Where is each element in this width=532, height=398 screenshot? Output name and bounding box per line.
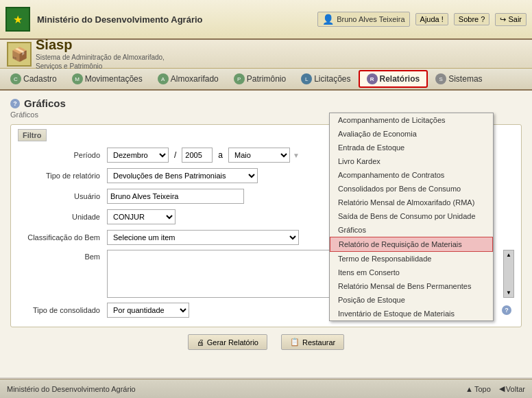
system-subtitle: Sistema de Adminitração de Almoxarifado,…	[36, 53, 165, 71]
periodo-to-select[interactable]: Maio	[228, 148, 290, 163]
dropdown-item-consolidados-bens-consumo[interactable]: Consolidados por Bens de Consumo	[330, 182, 493, 196]
restore-icon: 📋	[290, 338, 300, 347]
restaurar-button[interactable]: 📋 Restaurar	[281, 334, 344, 350]
nav-cadastro[interactable]: C Cadastro	[3, 71, 64, 87]
user-info: 👤 Bruno Alves Teixeira	[317, 12, 409, 27]
dropdown-item-avaliacao-economia[interactable]: Avaliação de Economia	[330, 127, 493, 141]
system-name: Siasp Sistema de Adminitração de Almoxar…	[36, 37, 165, 71]
periodo-to-label: a	[218, 150, 223, 160]
periodo-slash: /	[174, 150, 176, 160]
dropdown-item-relatorio-mensal-bens[interactable]: Relatório Mensal de Bens Permanentes	[330, 279, 493, 293]
tipo-relatorio-label: Tipo de relatório	[18, 172, 107, 180]
patrimonio-icon: P	[234, 73, 245, 84]
dropdown-item-inventario-estoque[interactable]: Inventário de Estoque de Materiais	[330, 307, 493, 320]
gov-logo: ★	[5, 7, 30, 32]
classificacao-select[interactable]: Selecione um item	[107, 230, 299, 245]
exit-button[interactable]: ↪ Sair	[495, 13, 527, 26]
about-button[interactable]: Sobre ?	[454, 13, 490, 25]
dropdown-item-graficos[interactable]: Gráficos	[330, 223, 493, 237]
almoxarifado-icon: A	[158, 73, 169, 84]
movimentacoes-icon: M	[72, 73, 83, 84]
dropdown-item-itens-conserto[interactable]: Itens em Conserto	[330, 266, 493, 279]
unidade-select[interactable]: CONJUR	[107, 209, 176, 224]
voltar-icon: ◀	[499, 384, 505, 393]
topo-icon: ▲	[466, 385, 473, 393]
usuario-input[interactable]	[107, 189, 244, 204]
nav-movimentacoes[interactable]: M Movimentações	[64, 71, 150, 87]
topo-link[interactable]: ▲ Topo	[466, 385, 491, 393]
scroll-up-arrow[interactable]: ▲	[506, 252, 511, 258]
dropdown-item-relatorio-requisicao[interactable]: Relatório de Requisição de Materiais	[330, 237, 493, 252]
licitacoes-icon: L	[301, 73, 312, 84]
sistemas-icon: S	[435, 73, 446, 84]
nav-sistemas[interactable]: S Sistemas	[428, 71, 489, 87]
dropdown-item-acompanhamento-contratos[interactable]: Acompanhamento de Contratos	[330, 168, 493, 182]
status-right: ▲ Topo ◀ Voltar	[466, 384, 525, 393]
dropdown-item-entrada-estoque[interactable]: Entrada de Estoque	[330, 141, 493, 154]
page-header: ? Gráficos	[10, 97, 522, 109]
filter-title: Filtro	[18, 129, 47, 141]
periodo-expand-icon: ▼	[293, 152, 300, 159]
voltar-link[interactable]: ◀ Voltar	[499, 384, 525, 393]
dropdown-item-termo-responsabilidade[interactable]: Termo de Responsabilidade	[330, 252, 493, 266]
nav-relatorios[interactable]: R Relatórios	[359, 70, 428, 88]
dropdown-item-acompanhamento-licitacoes[interactable]: Acompanhamento de Licitações	[330, 113, 493, 127]
relatorios-icon: R	[367, 73, 378, 84]
periodo-from-select[interactable]: Dezembro	[107, 148, 169, 163]
nav-licitacoes[interactable]: L Licitações	[293, 71, 358, 87]
page-title: Gráficos	[24, 97, 66, 109]
dropdown-item-relatorio-mensal-almoxarifado[interactable]: Relatório Mensal de Almoxarifado (RMA)	[330, 196, 493, 209]
status-text: Ministério do Desenvolvimento Agrário	[7, 385, 466, 393]
nav-bar: C Cadastro M Movimentações A Almoxarifad…	[0, 69, 532, 91]
classificacao-label: Classificação do Bem	[18, 233, 107, 242]
user-icon: 👤	[322, 14, 334, 25]
top-header: ★ Ministério do Desenvolvimento Agrário …	[0, 0, 532, 40]
bem-scrollbar[interactable]: ▲ ▼	[503, 250, 514, 298]
user-name: Bruno Alves Teixeira	[337, 15, 404, 23]
unidade-label: Unidade	[18, 213, 107, 221]
periodo-year-input[interactable]	[182, 148, 213, 163]
usuario-label: Usuário	[18, 192, 107, 200]
cadastro-icon: C	[10, 73, 21, 84]
nav-patrimonio[interactable]: P Patrimônio	[226, 71, 293, 87]
tipo-consolidado-help-icon[interactable]: ?	[502, 305, 511, 315]
ministry-title: Ministério do Desenvolvimento Agrário	[37, 14, 317, 25]
printer-icon: 🖨	[197, 338, 204, 347]
exit-icon: ↪	[500, 15, 506, 23]
scroll-down-arrow[interactable]: ▼	[506, 290, 511, 296]
periodo-label: Período	[18, 151, 107, 159]
help-button[interactable]: Ajuda !	[415, 13, 448, 25]
relatorios-dropdown[interactable]: Acompanhamento de LicitaçõesAvaliação de…	[329, 113, 494, 321]
user-area: 👤 Bruno Alves Teixeira Ajuda ! Sobre ? ↪…	[317, 12, 527, 27]
nav-almoxarifado[interactable]: A Almoxarifado	[150, 71, 226, 87]
tipo-consolidado-select[interactable]: Por quantidade	[107, 303, 189, 318]
status-bar: Ministério do Desenvolvimento Agrário ▲ …	[0, 379, 532, 398]
tipo-relatorio-select[interactable]: Devoluções de Bens Patrimoniais	[107, 168, 258, 183]
siasp-bar: 📦 Siasp Sistema de Adminitração de Almox…	[0, 40, 532, 69]
bem-label: Bem	[18, 250, 107, 261]
dropdown-item-posicao-estoque[interactable]: Posição de Estoque	[330, 293, 493, 307]
tipo-consolidado-label: Tipo de consolidado	[18, 306, 107, 314]
main-content: ? Gráficos Gráficos Filtro Período Dezem…	[0, 91, 532, 377]
dropdown-item-livro-kardex[interactable]: Livro Kardex	[330, 154, 493, 168]
dropdown-item-saida-bens-consumo[interactable]: Saída de Bens de Consumo por Unidade	[330, 209, 493, 223]
action-buttons: 🖨 Gerar Relatório 📋 Restaurar	[10, 334, 522, 350]
gerar-relatorio-button[interactable]: 🖨 Gerar Relatório	[188, 334, 267, 350]
page-help-icon: ?	[10, 99, 20, 108]
